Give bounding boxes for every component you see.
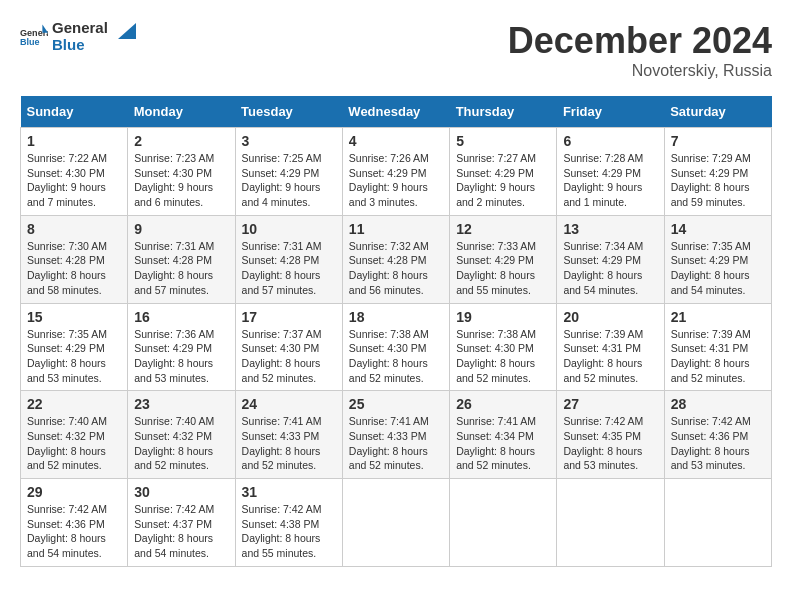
cell-sunrise: Sunrise: 7:42 AM [27, 503, 107, 515]
day-header-thursday: Thursday [450, 96, 557, 128]
calendar-cell: 29 Sunrise: 7:42 AM Sunset: 4:36 PM Dayl… [21, 479, 128, 567]
day-header-sunday: Sunday [21, 96, 128, 128]
calendar-cell: 24 Sunrise: 7:41 AM Sunset: 4:33 PM Dayl… [235, 391, 342, 479]
cell-daylight: Daylight: 8 hours and 52 minutes. [242, 357, 321, 384]
calendar-cell: 28 Sunrise: 7:42 AM Sunset: 4:36 PM Dayl… [664, 391, 771, 479]
logo-arrow-icon [114, 21, 136, 43]
cell-sunset: Sunset: 4:30 PM [134, 167, 212, 179]
cell-daylight: Daylight: 8 hours and 52 minutes. [456, 445, 535, 472]
cell-daylight: Daylight: 8 hours and 52 minutes. [27, 445, 106, 472]
cell-sunrise: Sunrise: 7:28 AM [563, 152, 643, 164]
cell-sunrise: Sunrise: 7:26 AM [349, 152, 429, 164]
calendar-cell: 9 Sunrise: 7:31 AM Sunset: 4:28 PM Dayli… [128, 215, 235, 303]
cell-sunset: Sunset: 4:29 PM [563, 254, 641, 266]
cell-daylight: Daylight: 9 hours and 1 minute. [563, 181, 642, 208]
cell-sunrise: Sunrise: 7:31 AM [242, 240, 322, 252]
cell-sunrise: Sunrise: 7:38 AM [456, 328, 536, 340]
day-number: 21 [671, 309, 765, 325]
cell-daylight: Daylight: 8 hours and 54 minutes. [671, 269, 750, 296]
day-number: 8 [27, 221, 121, 237]
cell-sunset: Sunset: 4:30 PM [349, 342, 427, 354]
cell-sunrise: Sunrise: 7:27 AM [456, 152, 536, 164]
header: General Blue General Blue December 2024 … [20, 20, 772, 80]
cell-sunset: Sunset: 4:29 PM [349, 167, 427, 179]
calendar-header-row: SundayMondayTuesdayWednesdayThursdayFrid… [21, 96, 772, 128]
day-header-tuesday: Tuesday [235, 96, 342, 128]
cell-sunrise: Sunrise: 7:34 AM [563, 240, 643, 252]
cell-daylight: Daylight: 8 hours and 52 minutes. [563, 357, 642, 384]
cell-daylight: Daylight: 8 hours and 53 minutes. [563, 445, 642, 472]
cell-sunset: Sunset: 4:37 PM [134, 518, 212, 530]
cell-sunset: Sunset: 4:29 PM [134, 342, 212, 354]
calendar-cell: 3 Sunrise: 7:25 AM Sunset: 4:29 PM Dayli… [235, 128, 342, 216]
day-number: 9 [134, 221, 228, 237]
cell-sunset: Sunset: 4:36 PM [27, 518, 105, 530]
day-header-monday: Monday [128, 96, 235, 128]
day-number: 20 [563, 309, 657, 325]
day-number: 2 [134, 133, 228, 149]
cell-daylight: Daylight: 9 hours and 3 minutes. [349, 181, 428, 208]
cell-daylight: Daylight: 8 hours and 55 minutes. [242, 532, 321, 559]
cell-daylight: Daylight: 8 hours and 57 minutes. [242, 269, 321, 296]
cell-daylight: Daylight: 8 hours and 54 minutes. [27, 532, 106, 559]
calendar-cell: 2 Sunrise: 7:23 AM Sunset: 4:30 PM Dayli… [128, 128, 235, 216]
location-title: Novoterskiy, Russia [508, 62, 772, 80]
day-number: 16 [134, 309, 228, 325]
day-number: 11 [349, 221, 443, 237]
cell-daylight: Daylight: 8 hours and 53 minutes. [134, 357, 213, 384]
day-number: 19 [456, 309, 550, 325]
title-section: December 2024 Novoterskiy, Russia [508, 20, 772, 80]
cell-daylight: Daylight: 8 hours and 52 minutes. [456, 357, 535, 384]
day-header-wednesday: Wednesday [342, 96, 449, 128]
calendar-cell: 21 Sunrise: 7:39 AM Sunset: 4:31 PM Dayl… [664, 303, 771, 391]
day-number: 30 [134, 484, 228, 500]
cell-sunrise: Sunrise: 7:42 AM [242, 503, 322, 515]
day-number: 14 [671, 221, 765, 237]
cell-sunrise: Sunrise: 7:41 AM [349, 415, 429, 427]
calendar-cell: 13 Sunrise: 7:34 AM Sunset: 4:29 PM Dayl… [557, 215, 664, 303]
cell-daylight: Daylight: 8 hours and 59 minutes. [671, 181, 750, 208]
calendar-cell: 25 Sunrise: 7:41 AM Sunset: 4:33 PM Dayl… [342, 391, 449, 479]
cell-daylight: Daylight: 8 hours and 54 minutes. [563, 269, 642, 296]
cell-sunset: Sunset: 4:29 PM [456, 167, 534, 179]
cell-sunrise: Sunrise: 7:38 AM [349, 328, 429, 340]
day-number: 5 [456, 133, 550, 149]
cell-daylight: Daylight: 9 hours and 6 minutes. [134, 181, 213, 208]
cell-sunset: Sunset: 4:31 PM [671, 342, 749, 354]
day-number: 7 [671, 133, 765, 149]
cell-sunrise: Sunrise: 7:35 AM [27, 328, 107, 340]
calendar-cell: 20 Sunrise: 7:39 AM Sunset: 4:31 PM Dayl… [557, 303, 664, 391]
cell-sunrise: Sunrise: 7:22 AM [27, 152, 107, 164]
day-number: 27 [563, 396, 657, 412]
calendar-cell [664, 479, 771, 567]
day-number: 28 [671, 396, 765, 412]
calendar-cell: 17 Sunrise: 7:37 AM Sunset: 4:30 PM Dayl… [235, 303, 342, 391]
cell-sunset: Sunset: 4:38 PM [242, 518, 320, 530]
cell-daylight: Daylight: 8 hours and 52 minutes. [134, 445, 213, 472]
calendar-cell: 30 Sunrise: 7:42 AM Sunset: 4:37 PM Dayl… [128, 479, 235, 567]
day-number: 31 [242, 484, 336, 500]
day-header-friday: Friday [557, 96, 664, 128]
cell-sunset: Sunset: 4:36 PM [671, 430, 749, 442]
cell-sunrise: Sunrise: 7:25 AM [242, 152, 322, 164]
calendar-cell: 5 Sunrise: 7:27 AM Sunset: 4:29 PM Dayli… [450, 128, 557, 216]
cell-sunset: Sunset: 4:28 PM [242, 254, 320, 266]
calendar-cell: 14 Sunrise: 7:35 AM Sunset: 4:29 PM Dayl… [664, 215, 771, 303]
calendar-cell: 18 Sunrise: 7:38 AM Sunset: 4:30 PM Dayl… [342, 303, 449, 391]
cell-daylight: Daylight: 9 hours and 4 minutes. [242, 181, 321, 208]
day-number: 24 [242, 396, 336, 412]
cell-daylight: Daylight: 9 hours and 7 minutes. [27, 181, 106, 208]
day-number: 13 [563, 221, 657, 237]
cell-sunset: Sunset: 4:29 PM [456, 254, 534, 266]
cell-sunrise: Sunrise: 7:30 AM [27, 240, 107, 252]
cell-sunset: Sunset: 4:33 PM [242, 430, 320, 442]
cell-daylight: Daylight: 8 hours and 52 minutes. [671, 357, 750, 384]
day-number: 6 [563, 133, 657, 149]
calendar-cell: 1 Sunrise: 7:22 AM Sunset: 4:30 PM Dayli… [21, 128, 128, 216]
logo: General Blue General Blue [20, 20, 136, 53]
cell-daylight: Daylight: 9 hours and 2 minutes. [456, 181, 535, 208]
calendar-cell [450, 479, 557, 567]
calendar-cell: 22 Sunrise: 7:40 AM Sunset: 4:32 PM Dayl… [21, 391, 128, 479]
logo-blue: Blue [52, 37, 108, 54]
calendar-cell: 4 Sunrise: 7:26 AM Sunset: 4:29 PM Dayli… [342, 128, 449, 216]
